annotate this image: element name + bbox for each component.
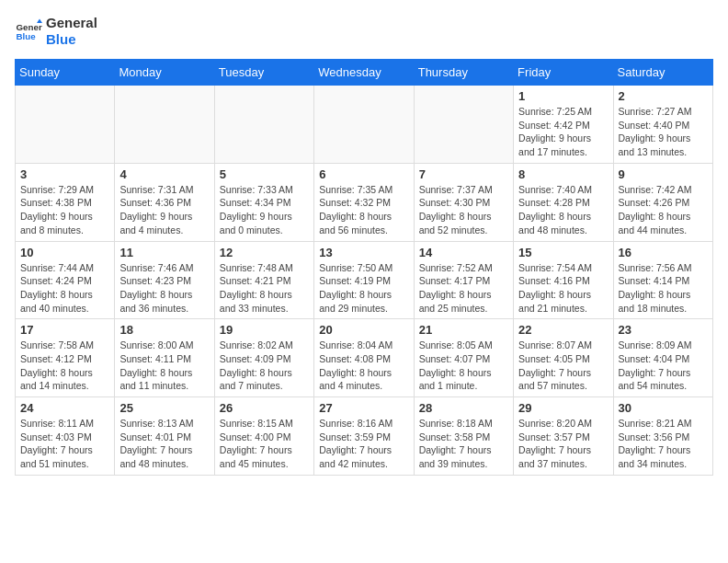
day-info: Sunrise: 7:58 AM Sunset: 4:12 PM Dayligh…	[20, 339, 109, 393]
calendar-day: 16Sunrise: 7:56 AM Sunset: 4:14 PM Dayli…	[613, 241, 712, 319]
day-info: Sunrise: 7:54 AM Sunset: 4:16 PM Dayligh…	[518, 261, 608, 316]
svg-text:General: General	[17, 22, 43, 32]
day-info: Sunrise: 8:20 AM Sunset: 3:57 PM Dayligh…	[518, 417, 608, 471]
day-number: 17	[20, 323, 109, 337]
day-number: 23	[619, 323, 708, 337]
weekday-header-monday: Monday	[115, 60, 214, 86]
day-number: 24	[20, 401, 109, 415]
weekday-header-thursday: Thursday	[414, 60, 513, 86]
day-info: Sunrise: 7:42 AM Sunset: 4:26 PM Dayligh…	[619, 183, 708, 237]
calendar-day: 4Sunrise: 7:31 AM Sunset: 4:36 PM Daylig…	[115, 163, 214, 241]
day-number: 18	[119, 323, 209, 337]
day-number: 27	[319, 401, 408, 415]
day-info: Sunrise: 8:15 AM Sunset: 4:00 PM Dayligh…	[220, 417, 309, 471]
day-info: Sunrise: 8:18 AM Sunset: 3:58 PM Dayligh…	[419, 417, 508, 471]
day-info: Sunrise: 7:25 AM Sunset: 4:42 PM Dayligh…	[518, 105, 608, 159]
logo-icon: General Blue	[15, 17, 42, 45]
weekday-header-friday: Friday	[514, 60, 613, 86]
day-info: Sunrise: 8:11 AM Sunset: 4:03 PM Dayligh…	[20, 417, 109, 471]
day-number: 16	[619, 246, 708, 259]
calendar-week-4: 17Sunrise: 7:58 AM Sunset: 4:12 PM Dayli…	[16, 319, 713, 397]
logo-general: General	[46, 15, 97, 31]
calendar-week-2: 3Sunrise: 7:29 AM Sunset: 4:38 PM Daylig…	[16, 163, 713, 241]
day-number: 4	[119, 167, 209, 181]
day-info: Sunrise: 8:21 AM Sunset: 3:56 PM Dayligh…	[619, 417, 708, 471]
day-number: 5	[220, 167, 309, 181]
calendar-day: 27Sunrise: 8:16 AM Sunset: 3:59 PM Dayli…	[314, 397, 414, 476]
day-number: 6	[319, 167, 408, 181]
day-info: Sunrise: 8:05 AM Sunset: 4:07 PM Dayligh…	[419, 339, 508, 393]
calendar-day: 23Sunrise: 8:09 AM Sunset: 4:04 PM Dayli…	[613, 319, 712, 397]
day-info: Sunrise: 7:44 AM Sunset: 4:24 PM Dayligh…	[20, 261, 109, 316]
day-info: Sunrise: 8:09 AM Sunset: 4:04 PM Dayligh…	[619, 339, 708, 393]
day-info: Sunrise: 7:35 AM Sunset: 4:32 PM Dayligh…	[319, 183, 408, 237]
calendar-day	[314, 86, 414, 164]
day-number: 2	[619, 89, 708, 103]
weekday-header-saturday: Saturday	[613, 60, 712, 86]
calendar-day: 28Sunrise: 8:18 AM Sunset: 3:58 PM Dayli…	[414, 397, 513, 476]
calendar-day: 1Sunrise: 7:25 AM Sunset: 4:42 PM Daylig…	[514, 86, 613, 164]
day-info: Sunrise: 7:56 AM Sunset: 4:14 PM Dayligh…	[619, 261, 708, 316]
logo: General Blue General Blue	[15, 15, 97, 48]
calendar-day: 29Sunrise: 8:20 AM Sunset: 3:57 PM Dayli…	[514, 397, 613, 476]
day-number: 21	[419, 323, 508, 337]
calendar-day: 18Sunrise: 8:00 AM Sunset: 4:11 PM Dayli…	[115, 319, 214, 397]
day-number: 9	[619, 167, 708, 181]
svg-text:Blue: Blue	[17, 31, 37, 41]
calendar-day	[115, 86, 214, 164]
calendar-day	[414, 86, 513, 164]
day-info: Sunrise: 7:40 AM Sunset: 4:28 PM Dayligh…	[518, 183, 608, 237]
day-info: Sunrise: 7:27 AM Sunset: 4:40 PM Dayligh…	[619, 105, 708, 159]
day-info: Sunrise: 8:02 AM Sunset: 4:09 PM Dayligh…	[220, 339, 309, 393]
day-number: 28	[419, 401, 508, 415]
calendar-day: 20Sunrise: 8:04 AM Sunset: 4:08 PM Dayli…	[314, 319, 414, 397]
day-number: 26	[220, 401, 309, 415]
calendar-day: 7Sunrise: 7:37 AM Sunset: 4:30 PM Daylig…	[414, 163, 513, 241]
day-number: 10	[20, 246, 109, 259]
calendar-day: 25Sunrise: 8:13 AM Sunset: 4:01 PM Dayli…	[115, 397, 214, 476]
day-number: 29	[518, 401, 608, 415]
weekday-header-sunday: Sunday	[16, 60, 115, 86]
day-number: 13	[319, 246, 408, 259]
calendar-day: 3Sunrise: 7:29 AM Sunset: 4:38 PM Daylig…	[16, 163, 115, 241]
weekday-header-row: SundayMondayTuesdayWednesdayThursdayFrid…	[16, 60, 713, 86]
page-header: General Blue General Blue	[15, 15, 713, 48]
day-info: Sunrise: 7:48 AM Sunset: 4:21 PM Dayligh…	[220, 261, 309, 316]
weekday-header-tuesday: Tuesday	[214, 60, 313, 86]
logo-blue: Blue	[46, 31, 97, 48]
day-number: 1	[518, 89, 608, 103]
calendar-day: 22Sunrise: 8:07 AM Sunset: 4:05 PM Dayli…	[514, 319, 613, 397]
calendar-day: 12Sunrise: 7:48 AM Sunset: 4:21 PM Dayli…	[214, 241, 313, 319]
calendar-day: 19Sunrise: 8:02 AM Sunset: 4:09 PM Dayli…	[214, 319, 313, 397]
day-info: Sunrise: 7:50 AM Sunset: 4:19 PM Dayligh…	[319, 261, 408, 316]
calendar-week-1: 1Sunrise: 7:25 AM Sunset: 4:42 PM Daylig…	[16, 86, 713, 164]
day-number: 7	[419, 167, 508, 181]
weekday-header-wednesday: Wednesday	[314, 60, 414, 86]
svg-marker-2	[37, 19, 42, 24]
day-number: 3	[20, 167, 109, 181]
calendar-day: 10Sunrise: 7:44 AM Sunset: 4:24 PM Dayli…	[16, 241, 115, 319]
day-info: Sunrise: 7:37 AM Sunset: 4:30 PM Dayligh…	[419, 183, 508, 237]
calendar-day: 26Sunrise: 8:15 AM Sunset: 4:00 PM Dayli…	[214, 397, 313, 476]
day-number: 22	[518, 323, 608, 337]
day-info: Sunrise: 8:13 AM Sunset: 4:01 PM Dayligh…	[119, 417, 209, 471]
calendar-day: 13Sunrise: 7:50 AM Sunset: 4:19 PM Dayli…	[314, 241, 414, 319]
calendar-day: 5Sunrise: 7:33 AM Sunset: 4:34 PM Daylig…	[214, 163, 313, 241]
day-number: 25	[119, 401, 209, 415]
calendar-day: 2Sunrise: 7:27 AM Sunset: 4:40 PM Daylig…	[613, 86, 712, 164]
day-info: Sunrise: 7:52 AM Sunset: 4:17 PM Dayligh…	[419, 261, 508, 316]
day-number: 20	[319, 323, 408, 337]
calendar-day	[16, 86, 115, 164]
day-info: Sunrise: 8:07 AM Sunset: 4:05 PM Dayligh…	[518, 339, 608, 393]
day-info: Sunrise: 7:46 AM Sunset: 4:23 PM Dayligh…	[119, 261, 209, 316]
calendar-day: 24Sunrise: 8:11 AM Sunset: 4:03 PM Dayli…	[16, 397, 115, 476]
calendar-day	[214, 86, 313, 164]
day-number: 12	[220, 246, 309, 259]
day-number: 11	[119, 246, 209, 259]
day-info: Sunrise: 7:33 AM Sunset: 4:34 PM Dayligh…	[220, 183, 309, 237]
calendar-table: SundayMondayTuesdayWednesdayThursdayFrid…	[15, 59, 713, 476]
day-number: 8	[518, 167, 608, 181]
day-number: 30	[619, 401, 708, 415]
day-info: Sunrise: 8:00 AM Sunset: 4:11 PM Dayligh…	[119, 339, 209, 393]
day-info: Sunrise: 7:31 AM Sunset: 4:36 PM Dayligh…	[119, 183, 209, 237]
